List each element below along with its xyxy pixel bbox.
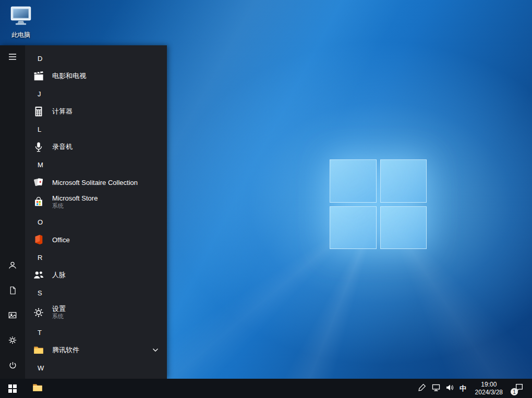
app-item-solitaire[interactable]: Microsoft Solitaire Collection <box>25 173 167 191</box>
app-label: 人脉 <box>52 270 66 280</box>
pictures-button[interactable] <box>0 304 25 329</box>
section-letter-label: O <box>38 218 43 226</box>
taskbar-clock[interactable]: 19:00 2024/3/28 <box>470 381 508 396</box>
action-center-button[interactable]: 1 <box>508 379 530 398</box>
app-label: Office <box>52 236 70 244</box>
desktop-icon-this-pc[interactable]: 此电脑 <box>4 4 38 40</box>
pen-icon <box>418 383 426 393</box>
section-letter-j[interactable]: J <box>25 85 167 103</box>
people-icon <box>30 269 47 281</box>
file-explorer-icon <box>32 382 43 395</box>
chevron-down-icon[interactable] <box>152 348 159 352</box>
app-label: Microsoft Store <box>52 194 98 203</box>
app-item-microsoft-store[interactable]: Microsoft Store 系统 <box>25 191 167 213</box>
app-text: Microsoft Store 系统 <box>52 194 98 210</box>
app-label: 电影和电视 <box>52 71 86 81</box>
app-item-settings[interactable]: 设置 系统 <box>25 302 167 324</box>
app-label: 设置 <box>52 305 66 313</box>
user-icon <box>8 260 17 272</box>
app-item-people[interactable]: 人脉 <box>25 266 167 284</box>
clock-date: 2024/3/28 <box>475 389 503 396</box>
hero-pane <box>330 206 377 250</box>
section-letter-s[interactable]: S <box>25 284 167 302</box>
desktop-screen: 此电脑 <box>0 0 532 398</box>
pen-tray-button[interactable] <box>416 379 429 398</box>
section-letter-r[interactable]: R <box>25 248 167 266</box>
app-label: 录音机 <box>52 142 72 152</box>
section-letter-label: S <box>38 289 42 297</box>
hero-pane <box>330 159 377 203</box>
app-item-calculator[interactable]: 计算器 <box>25 103 167 120</box>
start-menu-app-list: D 电影和电视 J <box>25 45 167 379</box>
calculator-icon <box>30 106 47 117</box>
file-explorer-button[interactable] <box>25 379 50 398</box>
documents-button[interactable] <box>0 279 25 304</box>
folder-icon <box>30 344 47 356</box>
power-button[interactable] <box>0 354 25 379</box>
network-icon <box>432 383 440 394</box>
this-pc-icon <box>9 4 32 29</box>
solitaire-icon <box>30 177 47 188</box>
hero-pane <box>380 206 427 250</box>
app-label: 腾讯软件 <box>52 345 79 355</box>
document-icon <box>8 286 17 297</box>
app-subtitle: 系统 <box>52 203 98 210</box>
start-menu: D 电影和电视 J <box>0 45 167 379</box>
clock-time: 19:00 <box>475 381 503 389</box>
store-icon <box>30 196 47 208</box>
app-text: 设置 系统 <box>52 305 66 320</box>
start-menu-rail <box>0 45 25 379</box>
power-icon <box>8 361 17 372</box>
windows-hero-logo <box>330 159 427 249</box>
section-letter-d[interactable]: D <box>25 49 167 67</box>
user-account-button[interactable] <box>0 254 25 279</box>
app-group-tencent-software[interactable]: 腾讯软件 <box>25 341 167 359</box>
section-letter-o[interactable]: O <box>25 213 167 231</box>
section-letter-label: J <box>38 90 41 98</box>
section-letter-l[interactable]: L <box>25 120 167 138</box>
voice-recorder-icon <box>30 141 47 153</box>
desktop-icon-label: 此电脑 <box>11 31 30 40</box>
windows-logo-icon <box>8 384 17 393</box>
hamburger-icon <box>8 53 17 63</box>
section-letter-label: L <box>38 126 41 133</box>
pictures-icon <box>8 310 17 322</box>
app-label: Microsoft Solitaire Collection <box>52 179 138 186</box>
section-letter-w[interactable]: W <box>25 359 167 377</box>
ime-indicator[interactable]: 中 <box>456 384 470 393</box>
system-tray: 中 19:00 2024/3/28 1 <box>416 379 532 398</box>
hamburger-menu-button[interactable] <box>0 45 25 70</box>
section-letter-label: R <box>38 254 42 262</box>
gear-icon <box>8 335 17 347</box>
app-subtitle: 系统 <box>52 313 66 320</box>
network-tray-button[interactable] <box>429 379 443 398</box>
office-icon <box>30 234 47 245</box>
taskbar: 中 19:00 2024/3/28 1 <box>0 379 532 398</box>
movies-tv-icon <box>30 70 47 82</box>
app-label: 计算器 <box>52 107 72 116</box>
app-item-office[interactable]: Office <box>25 231 167 248</box>
settings-rail-button[interactable] <box>0 329 25 354</box>
section-letter-m[interactable]: M <box>25 156 167 173</box>
app-item-movies-tv[interactable]: 电影和电视 <box>25 67 167 85</box>
app-item-voice-recorder[interactable]: 录音机 <box>25 138 167 156</box>
section-letter-label: D <box>38 55 42 63</box>
section-letter-label: M <box>38 161 43 169</box>
hero-pane <box>380 159 427 203</box>
settings-icon <box>30 307 47 318</box>
section-letter-label: W <box>38 364 44 372</box>
volume-tray-button[interactable] <box>443 379 456 398</box>
section-letter-label: T <box>38 329 42 337</box>
start-button[interactable] <box>0 379 25 398</box>
section-letter-t[interactable]: T <box>25 324 167 341</box>
notification-badge: 1 <box>511 388 518 395</box>
volume-icon <box>445 383 454 394</box>
